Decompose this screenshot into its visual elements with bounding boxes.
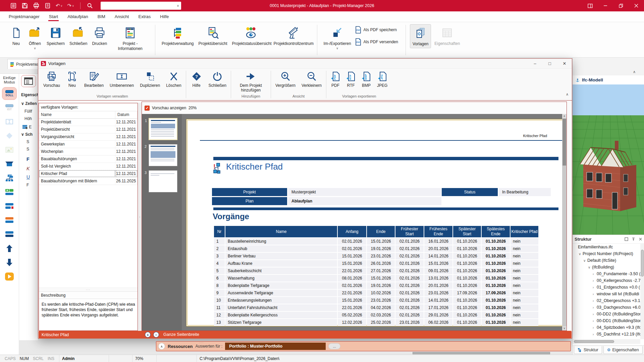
- vorschau-button[interactable]: Vorschau: [40, 69, 63, 88]
- orgchart-tool-button[interactable]: [2, 172, 17, 184]
- template-row[interactable]: Bauablaufstörungen12.11.2021: [39, 155, 138, 163]
- panel-close-icon[interactable]: [639, 237, 642, 241]
- restore-button[interactable]: [613, 0, 629, 11]
- close-button[interactable]: [629, 0, 644, 11]
- menu-projektmanager[interactable]: Projektmanager: [4, 11, 44, 22]
- chevron-right-icon[interactable]: ›: [593, 312, 597, 316]
- footer-zoom-in-icon[interactable]: +: [145, 332, 151, 338]
- run-button[interactable]: [2, 270, 17, 283]
- export-jpeg-button[interactable]: JPG JPEG: [374, 69, 390, 88]
- menu-ansicht[interactable]: Ansicht: [110, 11, 134, 22]
- vorschau-anzeigen-checkbox[interactable]: ✓: [145, 106, 150, 111]
- col-header-name[interactable]: Name: [39, 111, 115, 118]
- chevron-down-icon[interactable]: ∨: [583, 259, 587, 262]
- tree-node[interactable]: ›04_Spitzboden +9.3 (IfcB: [573, 324, 640, 331]
- chevron-right-icon[interactable]: ›: [593, 292, 597, 296]
- page-thumbnail-1[interactable]: 1: [149, 118, 177, 140]
- quick-menu-icon[interactable]: [10, 2, 17, 9]
- props-item[interactable]: Höh: [24, 116, 32, 121]
- projektuebersicht-button[interactable]: Projektübersicht: [196, 24, 230, 48]
- projektstatusuebersicht-button[interactable]: Projektstatusübersicht: [230, 24, 271, 48]
- dialog-titlebar[interactable]: Vorlagen – □ ✕: [38, 59, 572, 69]
- template-row[interactable]: Vorgangsübersicht12.11.2021: [39, 133, 138, 140]
- portfolio-selector[interactable]: Portfolio : Muster-Portfolio: [225, 343, 326, 350]
- image-tool-button[interactable]: [2, 143, 17, 156]
- menu-hilfe[interactable]: Hilfe: [155, 11, 173, 22]
- umbenennen-button[interactable]: Umbenennen: [107, 69, 137, 88]
- neu-button[interactable]: Neu: [7, 24, 25, 48]
- projektverwaltung-button[interactable]: Projektverwaltung: [159, 24, 196, 48]
- rows-tool-3-button[interactable]: [2, 228, 17, 241]
- tree-node[interactable]: ›03_Dachgeschoss +6.0 (: [573, 304, 640, 311]
- tree-node[interactable]: ›02_Obergeschoss +3.19: [573, 297, 640, 304]
- export-pdf-button[interactable]: PDF PDF: [328, 69, 343, 88]
- preview-vertical-scrollbar[interactable]: ∧ ∨: [562, 114, 567, 330]
- tree-node[interactable]: ∨Default (IfcSite): [573, 257, 640, 264]
- zoom-cell[interactable]: 70%: [132, 355, 157, 362]
- menu-ablaufplan[interactable]: Ablaufplan: [63, 11, 93, 22]
- chevron-right-icon[interactable]: ›: [593, 326, 597, 329]
- panel-splitter[interactable]: ⁞: [138, 103, 142, 331]
- rows-tool-2-button[interactable]: [2, 214, 17, 227]
- template-row[interactable]: Soll-Ist Vergleich12.11.2021: [39, 163, 138, 170]
- tab-eigenschaften[interactable]: ⚙ Eigenschaften: [603, 346, 643, 354]
- band-tool-button[interactable]: [2, 158, 17, 170]
- ist-mode-button[interactable]: IST: [2, 101, 17, 114]
- portfolio-more-button[interactable]: ...: [328, 343, 340, 349]
- tab-struktur[interactable]: Struktur: [574, 346, 602, 354]
- quick-print-icon[interactable]: [33, 2, 40, 9]
- props-bold-toggle[interactable]: F: [26, 157, 30, 162]
- panel-collapse-icon[interactable]: ∧: [633, 70, 636, 74]
- export-bmp-button[interactable]: BMP BMP: [359, 69, 374, 88]
- vergroessern-button[interactable]: Vergrößern: [272, 69, 299, 88]
- chevron-right-icon[interactable]: ›: [593, 306, 597, 309]
- tree-node[interactable]: ›05_Dachfirst +12.19 (IfcB: [573, 331, 640, 338]
- menu-extras[interactable]: Extras: [133, 11, 155, 22]
- footer-zoom-out-icon[interactable]: −: [153, 332, 159, 338]
- vorlagen-button[interactable]: Vorlagen: [410, 24, 431, 48]
- redo-caret-icon[interactable]: ∨: [72, 4, 74, 7]
- tree-node[interactable]: ›00-DD1 (IfcBuildingStor: [573, 317, 640, 324]
- neu-vorlage-button[interactable]: Neu: [63, 69, 81, 88]
- textbox-tool-button[interactable]: [2, 115, 17, 128]
- oeffnen-dropdown-icon[interactable]: ∨: [34, 47, 36, 50]
- template-row[interactable]: Wochenplan12.11.2021: [39, 148, 138, 155]
- tree-node[interactable]: Einfamilienhaus.ifc: [573, 244, 640, 250]
- quick-save-icon[interactable]: [21, 2, 28, 9]
- chevron-right-icon[interactable]: ›: [593, 299, 597, 303]
- redo-button[interactable]: ↷∨: [67, 3, 74, 9]
- export-rtf-button[interactable]: RTF RTF: [343, 69, 359, 88]
- template-row[interactable]: Projektdatenblatt12.11.2021: [39, 118, 138, 126]
- search-icon[interactable]: [87, 2, 93, 9]
- schliessen-button[interactable]: Schließen: [67, 24, 90, 48]
- resources-expand-icon[interactable]: ∧: [158, 343, 165, 350]
- chevron-right-icon[interactable]: ›: [593, 333, 597, 336]
- props-item[interactable]: S: [26, 147, 29, 152]
- props-group-zellen[interactable]: ∨ Zellen: [21, 101, 37, 106]
- props-group-schrift[interactable]: ∨ Sch: [21, 132, 33, 137]
- menu-start[interactable]: Start: [44, 11, 63, 22]
- dialog-minimize-button[interactable]: –: [528, 59, 542, 69]
- verkleinern-button[interactable]: Verkleinern: [299, 69, 325, 88]
- im-exportieren-button[interactable]: Im-/Exportieren ∨: [321, 24, 354, 51]
- als-pdf-versenden-button[interactable]: PDF Als PDF versenden: [355, 38, 398, 46]
- eigenschaften-button[interactable]: Eigenschaften: [431, 24, 463, 48]
- layout-panels-icon[interactable]: [582, 0, 598, 11]
- dialog-schliessen-button[interactable]: Schließen: [206, 69, 229, 88]
- template-row[interactable]: Projektübersicht12.11.2021: [39, 126, 138, 133]
- hilfe-button[interactable]: ? Hilfe: [187, 69, 206, 88]
- tree-horizontal-scrollbar[interactable]: [573, 339, 640, 344]
- menu-bim[interactable]: BIM: [93, 11, 110, 22]
- panel-maximize-icon[interactable]: [625, 237, 628, 241]
- diamond-tool-button[interactable]: [2, 129, 17, 142]
- oeffnen-button[interactable]: Öffnen ∨: [25, 24, 44, 51]
- props-item[interactable]: Füllf: [24, 109, 32, 114]
- tree-node[interactable]: ›window sill lvl (IfcBuildi: [573, 291, 640, 297]
- tree-node[interactable]: ›00_Fundamente -3.50 (IfcB: [573, 270, 640, 277]
- template-row[interactable]: Gewerkeplan12.11.2021: [39, 140, 138, 148]
- fit-width-button[interactable]: Ganze Seitenbreite: [163, 332, 199, 337]
- page-thumbnail-3[interactable]: 3: [149, 170, 177, 192]
- page-thumbnail-2[interactable]: 2: [149, 144, 177, 166]
- dialog-maximize-button[interactable]: □: [542, 59, 557, 69]
- props-item[interactable]: F: [26, 183, 29, 187]
